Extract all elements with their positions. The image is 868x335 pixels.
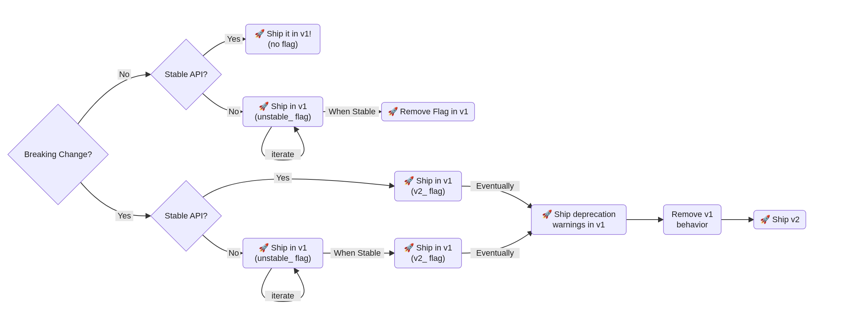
node-text-stable_api_top-line0: Stable API? [165, 70, 208, 79]
node-text-ship_v1_v2flag_bottom-line0: 🚀 Ship in v1 [404, 243, 452, 253]
node-text-ship_v2-line0: 🚀 Ship v2 [760, 214, 800, 224]
edge-label-breaking_change__stable_api_top: No [119, 70, 130, 79]
node-ship_deprecation: 🚀 Ship deprecationwarnings in v1 [532, 205, 626, 234]
edge-label-ship_v1_unstable_top__self: iterate [271, 150, 294, 159]
edge-label-stable_api_bottom__ship_v1_v2flag_top: Yes [276, 173, 290, 182]
node-text-ship_v1_unstable_top-line1: (unstable_ flag) [255, 112, 311, 121]
node-text-stable_api_bottom-line0: Stable API? [165, 211, 208, 220]
edge-label-breaking_change__stable_api_bottom: Yes [118, 211, 131, 220]
node-text-remove_v1-line0: Remove v1 [671, 210, 713, 219]
edge-label-stable_api_top__ship_v1_unstable_top: No [229, 107, 239, 116]
edge-breaking_change__stable_api_bottom [78, 179, 151, 216]
node-remove_v1: Remove v1behavior [664, 205, 721, 234]
node-remove_flag_v1: 🚀 Remove Flag in v1 [382, 102, 475, 121]
node-text-ship_v1_v2flag_top-line0: 🚀 Ship in v1 [404, 176, 452, 186]
edge-label-stable_api_top__ship_v1_noflag: Yes [227, 34, 240, 44]
node-ship_v1_v2flag_top: 🚀 Ship in v1(v2_ flag) [395, 171, 462, 201]
node-text-ship_v1_noflag-line0: 🚀 Ship it in v1! [255, 29, 312, 39]
node-ship_v1_v2flag_bottom: 🚀 Ship in v1(v2_ flag) [395, 238, 462, 268]
edge-label-ship_v1_v2flag_top__ship_deprecation: Eventually [476, 181, 514, 191]
edge-stable_api_bottom__ship_v1_v2flag_top [200, 179, 395, 199]
edge-label-ship_v1_v2flag_bottom__ship_deprecation: Eventually [476, 248, 514, 258]
node-text-ship_v1_unstable_bottom-line1: (unstable_ flag) [255, 253, 311, 263]
node-text-ship_v1_unstable_bottom-line0: 🚀 Ship in v1 [259, 243, 307, 253]
node-text-ship_v1_unstable_top-line0: 🚀 Ship in v1 [259, 101, 307, 111]
node-text-ship_v1_v2flag_bottom-line1: (v2_ flag) [411, 253, 445, 263]
node-ship_v1_unstable_top: 🚀 Ship in v1(unstable_ flag) [243, 97, 323, 127]
flowchart-canvas: NoYesYesNoiterateWhen StableYesNoiterate… [0, 0, 868, 335]
node-stable_api_bottom: Stable API? [151, 181, 221, 251]
edge-breaking_change__stable_api_top [73, 74, 151, 131]
edge-label-ship_v1_unstable_bottom__ship_v1_v2flag_bottom: When Stable [334, 248, 381, 258]
node-text-ship_deprecation-line0: 🚀 Ship deprecation [542, 209, 616, 219]
node-ship_v1_unstable_bottom: 🚀 Ship in v1(unstable_ flag) [243, 238, 323, 268]
edge-label-ship_v1_unstable_bottom__self: iterate [271, 291, 294, 300]
node-text-remove_flag_v1-line0: 🚀 Remove Flag in v1 [388, 106, 469, 117]
node-text-breaking_change-line0: Breaking Change? [24, 150, 92, 159]
node-text-remove_v1-line1: behavior [677, 220, 708, 229]
node-text-ship_v1_v2flag_top-line1: (v2_ flag) [411, 186, 445, 196]
node-breaking_change: Breaking Change? [8, 104, 108, 205]
edge-label-stable_api_bottom__ship_v1_unstable_bottom: No [229, 248, 239, 258]
node-ship_v2: 🚀 Ship v2 [754, 210, 806, 229]
node-ship_v1_noflag: 🚀 Ship it in v1!(no flag) [246, 24, 320, 54]
node-text-ship_v1_noflag-line1: (no flag) [268, 39, 298, 49]
edge-label-ship_v1_unstable_top__remove_flag_v1: When Stable [329, 107, 376, 116]
node-text-ship_deprecation-line1: warnings in v1 [552, 220, 605, 229]
